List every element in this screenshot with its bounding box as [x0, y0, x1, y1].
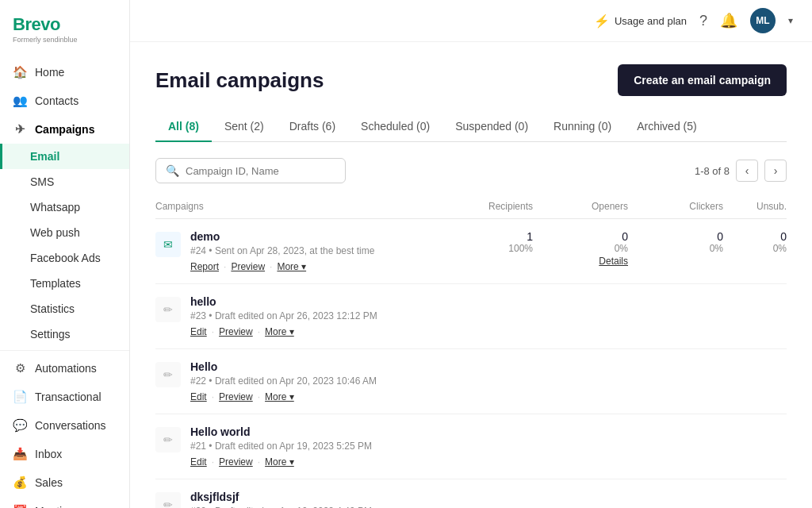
nav-divider	[0, 350, 129, 351]
help-icon[interactable]: ?	[699, 13, 707, 29]
sidebar-navigation: 🏠 Home 👥 Contacts ✈ Campaigns Email SMS …	[0, 55, 129, 508]
campaign-info: ✏ Hello world #21 • Draft edited on Apr …	[155, 425, 438, 468]
sidebar-item-label: Contacts	[35, 94, 79, 107]
campaign-details: Hello world #21 • Draft edited on Apr 19…	[190, 425, 372, 468]
header-clickers: Clickers	[628, 201, 723, 212]
avatar[interactable]: ML	[750, 8, 776, 33]
sidebar-sub-label: Web push	[30, 226, 80, 239]
sidebar-item-email[interactable]: Email	[0, 144, 129, 169]
campaign-info: ✏ hello #23 • Draft edited on Apr 26, 20…	[155, 295, 438, 337]
sidebar-item-settings[interactable]: Settings	[0, 321, 129, 347]
sidebar-item-campaigns[interactable]: ✈ Campaigns	[0, 115, 129, 144]
sidebar: Brevo Formerly sendinblue 🏠 Home 👥 Conta…	[0, 0, 130, 508]
pagination-info: 1-8 of 8	[695, 165, 730, 177]
preview-link[interactable]: Preview	[231, 261, 265, 272]
table-row: ✉ demo #24 • Sent on Apr 28, 2023, at th…	[155, 219, 787, 284]
email-draft-icon: ✏	[155, 297, 181, 322]
campaigns-icon: ✈	[13, 122, 27, 137]
campaigns-table: Campaigns Recipients Openers Clickers Un…	[155, 196, 787, 508]
logo-sub: Formerly sendinblue	[13, 36, 117, 44]
campaign-actions: Report · Preview · More ▾	[190, 261, 374, 272]
campaign-info: ✏ Hello #22 • Draft edited on Apr 20, 20…	[155, 360, 438, 402]
sidebar-item-sms[interactable]: SMS	[0, 169, 129, 194]
sidebar-sub-label: Statistics	[30, 302, 75, 315]
campaign-name: dksjfldsjf	[190, 491, 372, 503]
tab-drafts[interactable]: Drafts (6)	[277, 112, 348, 142]
usage-label: Usage and plan	[615, 15, 687, 27]
campaign-meta: #23 • Draft edited on Apr 26, 2023 12:12…	[190, 310, 377, 321]
sidebar-sub-label: Settings	[30, 328, 71, 341]
tab-all[interactable]: All (8)	[155, 112, 212, 142]
campaign-meta: #21 • Draft edited on Apr 19, 2023 5:25 …	[190, 441, 372, 452]
campaign-info: ✏ dksjfldsjf #20 • Draft edited on Apr 1…	[155, 491, 438, 508]
sidebar-item-label: Automations	[35, 362, 97, 375]
tab-running[interactable]: Running (0)	[541, 112, 624, 142]
report-link[interactable]: Report	[190, 261, 219, 272]
header-campaigns: Campaigns	[155, 201, 438, 212]
sidebar-item-conversations[interactable]: 💬 Conversations	[0, 411, 129, 440]
sidebar-item-home[interactable]: 🏠 Home	[0, 58, 129, 87]
pagination-prev-button[interactable]: ‹	[736, 160, 758, 182]
campaign-name: demo	[190, 230, 374, 243]
sales-icon: 💰	[13, 475, 27, 490]
sidebar-sub-label: Whatsapp	[30, 201, 80, 214]
more-dropdown[interactable]: More ▾	[265, 326, 294, 337]
create-campaign-button[interactable]: Create an email campaign	[618, 64, 787, 96]
table-row: ✏ dksjfldsjf #20 • Draft edited on Apr 1…	[155, 479, 787, 508]
table-row: ✏ Hello #22 • Draft edited on Apr 20, 20…	[155, 349, 787, 414]
campaign-name: Hello	[190, 360, 377, 373]
edit-link[interactable]: Edit	[190, 326, 207, 337]
campaign-actions: Edit · Preview · More ▾	[190, 391, 377, 402]
campaign-meta: #22 • Draft edited on Apr 20, 2023 10:46…	[190, 375, 377, 387]
sidebar-item-label: Sales	[35, 476, 63, 489]
search-input[interactable]	[186, 165, 335, 177]
sidebar-item-sales[interactable]: 💰 Sales	[0, 468, 129, 497]
pagination-next-button[interactable]: ›	[764, 160, 787, 182]
sidebar-sub-label: Templates	[30, 277, 81, 290]
tab-suspended[interactable]: Suspended (0)	[442, 112, 541, 142]
more-dropdown[interactable]: More ▾	[265, 456, 294, 468]
sidebar-item-automations[interactable]: ⚙ Automations	[0, 354, 129, 383]
email-sent-icon: ✉	[155, 232, 181, 257]
campaign-name: hello	[190, 295, 377, 308]
openers-cell: 0 0% Details	[533, 230, 628, 267]
edit-link[interactable]: Edit	[190, 391, 207, 402]
notifications-icon[interactable]: 🔔	[720, 12, 737, 29]
search-box[interactable]: 🔍	[155, 158, 346, 183]
sidebar-item-contacts[interactable]: 👥 Contacts	[0, 87, 129, 115]
sidebar-item-whatsapp[interactable]: Whatsapp	[0, 194, 129, 220]
tab-sent[interactable]: Sent (2)	[212, 112, 277, 142]
campaign-info: ✉ demo #24 • Sent on Apr 28, 2023, at th…	[155, 230, 438, 272]
campaign-details: hello #23 • Draft edited on Apr 26, 2023…	[190, 295, 377, 337]
sidebar-item-web-push[interactable]: Web push	[0, 220, 129, 245]
sidebar-item-meetings[interactable]: 📅 Meetings	[0, 497, 129, 508]
sidebar-item-transactional[interactable]: 📄 Transactional	[0, 383, 129, 411]
tab-scheduled[interactable]: Scheduled (0)	[348, 112, 442, 142]
edit-link[interactable]: Edit	[190, 456, 207, 468]
inbox-icon: 📥	[13, 447, 27, 461]
preview-link[interactable]: Preview	[219, 456, 253, 468]
more-dropdown[interactable]: More ▾	[265, 391, 294, 402]
chevron-down-icon[interactable]: ▾	[788, 15, 793, 26]
sidebar-item-inbox[interactable]: 📥 Inbox	[0, 440, 129, 468]
preview-link[interactable]: Preview	[219, 326, 253, 337]
details-link[interactable]: Details	[533, 256, 628, 267]
sidebar-item-label: Home	[35, 66, 64, 79]
email-draft-icon: ✏	[155, 492, 181, 508]
campaign-details: demo #24 • Sent on Apr 28, 2023, at the …	[190, 230, 374, 272]
sidebar-item-statistics[interactable]: Statistics	[0, 296, 129, 321]
usage-and-plan-button[interactable]: ⚡ Usage and plan	[594, 13, 687, 29]
more-dropdown[interactable]: More ▾	[277, 261, 306, 272]
unsub-cell: 0 0%	[723, 230, 787, 254]
sidebar-item-facebook-ads[interactable]: Facebook Ads	[0, 245, 129, 271]
preview-link[interactable]: Preview	[219, 391, 253, 402]
table-row: ✏ Hello world #21 • Draft edited on Apr …	[155, 414, 787, 479]
page-title: Email campaigns	[155, 68, 324, 93]
contacts-icon: 👥	[13, 94, 27, 108]
sidebar-item-label: Inbox	[35, 448, 62, 460]
sidebar-item-label: Campaigns	[35, 123, 94, 136]
search-icon: 🔍	[166, 164, 179, 177]
sidebar-item-templates[interactable]: Templates	[0, 271, 129, 296]
meetings-icon: 📅	[13, 504, 27, 508]
tab-archived[interactable]: Archived (5)	[624, 112, 709, 142]
